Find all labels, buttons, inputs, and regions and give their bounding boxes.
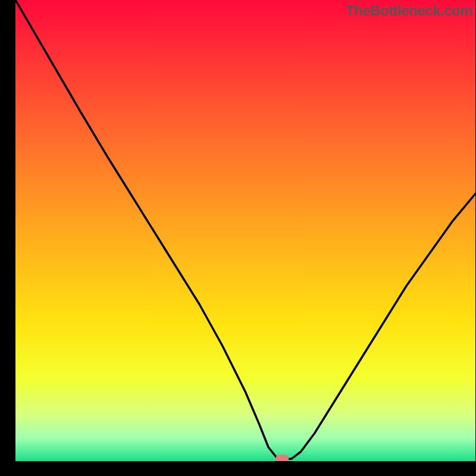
watermark-text: TheBottleneck.com	[346, 2, 472, 19]
minimum-marker	[275, 455, 289, 461]
bottleneck-chart	[15, 0, 475, 461]
chart-container: TheBottleneck.com	[0, 0, 476, 476]
plot-area	[15, 0, 475, 461]
